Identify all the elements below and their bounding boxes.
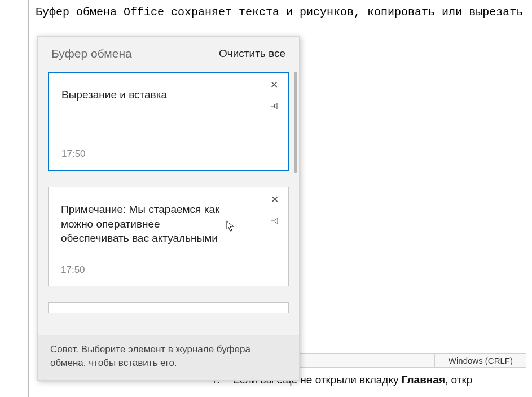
bottom-text-suffix: , откр <box>445 374 472 386</box>
clipboard-tip: Совет. Выберите элемент в журнале буфера… <box>38 335 299 380</box>
clipboard-panel: Буфер обмена Очистить все Вырезание и вс… <box>37 36 300 381</box>
clipboard-item-text: Вырезание и вставка <box>61 88 231 102</box>
document-line[interactable]: Буфер обмена Office сохраняет текста и р… <box>36 6 522 19</box>
close-icon[interactable]: ✕ <box>270 81 279 90</box>
clipboard-item[interactable]: Примечание: Мы стараемся как можно опера… <box>48 187 289 286</box>
clipboard-item-text: Примечание: Мы стараемся как можно опера… <box>61 202 230 246</box>
clear-all-button[interactable]: Очистить все <box>219 47 285 60</box>
bottom-text-bold: Главная <box>402 374 445 386</box>
clipboard-item-time: 17:50 <box>61 149 275 160</box>
scrollbar-thumb[interactable] <box>294 72 297 173</box>
pin-icon[interactable] <box>269 216 279 226</box>
text-cursor <box>36 21 36 33</box>
close-icon[interactable]: ✕ <box>270 195 279 204</box>
clipboard-header: Буфер обмена Очистить все <box>38 37 299 72</box>
clipboard-item-peek[interactable] <box>48 302 289 313</box>
status-encoding[interactable]: Windows (CRLF) <box>434 354 526 367</box>
clipboard-body: Вырезание и вставка 17:50 ✕ Примечание: … <box>38 72 299 335</box>
clipboard-item-time: 17:50 <box>61 264 276 276</box>
clipboard-title: Буфер обмена <box>51 47 132 60</box>
pin-icon[interactable] <box>269 101 279 111</box>
clipboard-item[interactable]: Вырезание и вставка 17:50 ✕ <box>48 72 289 171</box>
status-bar: Windows (CRLF) <box>293 353 526 368</box>
